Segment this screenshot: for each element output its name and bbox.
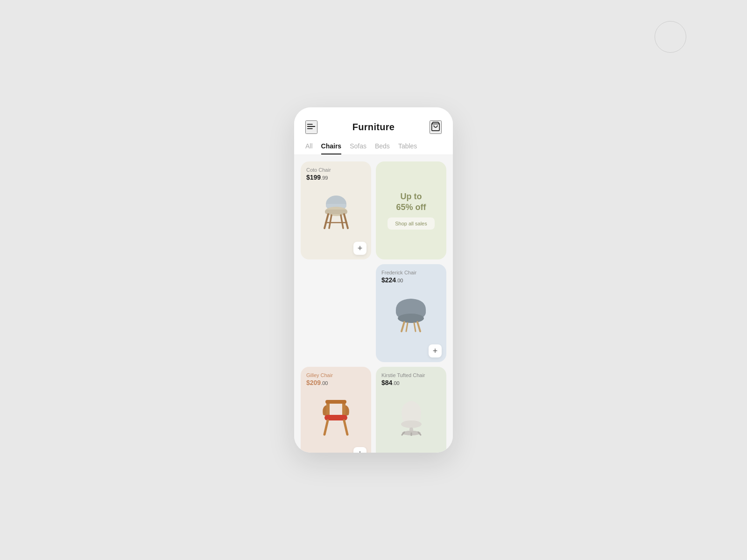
product-name-coto: Coto Chair — [306, 167, 366, 173]
header: Furniture — [294, 107, 453, 134]
svg-rect-20 — [325, 400, 346, 404]
product-name-kirstie: Kirstie Tufted Chair — [381, 372, 441, 378]
svg-line-22 — [324, 420, 328, 434]
product-price-kirstie: $84.00 — [381, 379, 441, 386]
svg-line-8 — [324, 214, 328, 228]
add-button-frederick[interactable]: + — [429, 344, 442, 357]
svg-line-16 — [406, 323, 408, 331]
phone-frame: Furniture All Chairs Sofas Beds Tables — [294, 107, 453, 453]
decorative-circle — [655, 21, 686, 53]
tab-tables[interactable]: Tables — [398, 142, 417, 154]
menu-button[interactable] — [305, 120, 317, 134]
product-image-coto — [306, 184, 366, 235]
tab-beds[interactable]: Beds — [375, 142, 390, 154]
tab-sofas[interactable]: Sofas — [350, 142, 366, 154]
svg-line-23 — [344, 420, 347, 434]
cart-button[interactable] — [430, 120, 442, 134]
product-image-gilley — [306, 389, 366, 441]
svg-point-13 — [398, 314, 424, 323]
product-card-kirstie[interactable]: Kirstie Tufted Chair $84.00 — [376, 367, 446, 453]
product-card-frederick[interactable]: Frederick Chair $224.00 — [376, 264, 446, 362]
product-image-frederick — [381, 287, 441, 338]
product-name-gilley: Gilley Chair — [306, 372, 366, 378]
category-tabs: All Chairs Sofas Beds Tables — [294, 134, 453, 155]
products-grid: Coto Chair $199.99 — [301, 161, 446, 453]
product-price-frederick: $224.00 — [381, 276, 441, 284]
product-name-frederick: Frederick Chair — [381, 270, 441, 275]
product-image-kirstie — [381, 389, 441, 441]
page-title: Furniture — [352, 122, 395, 133]
svg-line-17 — [414, 323, 416, 331]
tab-chairs[interactable]: Chairs — [321, 142, 342, 154]
svg-line-9 — [344, 214, 348, 228]
svg-line-15 — [417, 322, 420, 331]
shop-all-sales-button[interactable]: Shop all sales — [388, 217, 435, 230]
product-price-coto: $199.99 — [306, 174, 366, 181]
add-button-coto[interactable]: + — [353, 242, 366, 255]
product-price-gilley: $209.00 — [306, 379, 366, 386]
products-area: Coto Chair $199.99 — [294, 155, 453, 453]
svg-line-10 — [329, 215, 331, 228]
svg-line-14 — [402, 322, 404, 331]
promo-title: Up to65% off — [396, 191, 426, 213]
svg-point-24 — [401, 420, 422, 428]
svg-line-11 — [341, 215, 343, 228]
tab-all[interactable]: All — [305, 142, 313, 154]
add-button-gilley[interactable]: + — [353, 447, 366, 453]
page-background: Furniture All Chairs Sofas Beds Tables — [0, 0, 747, 560]
product-card-gilley[interactable]: Gilley Chair $209.00 — [301, 367, 371, 453]
promo-card: Up to65% off Shop all sales — [376, 161, 446, 259]
product-card-coto[interactable]: Coto Chair $199.99 — [301, 161, 371, 259]
